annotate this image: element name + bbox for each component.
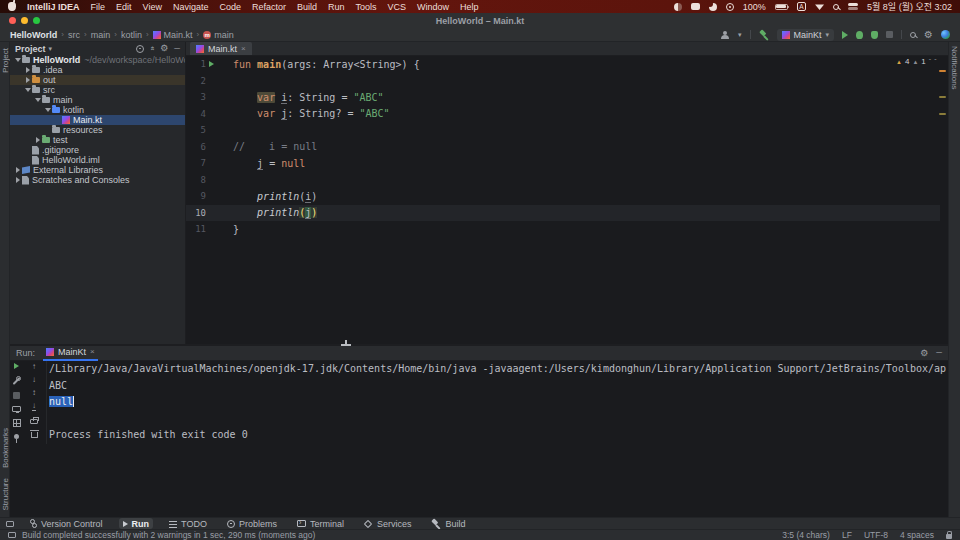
breadcrumb-item-main-kt[interactable]: Main.kt	[153, 30, 193, 40]
chevron-expanded-icon[interactable]	[14, 58, 22, 62]
apple-menu-icon[interactable]	[8, 2, 16, 11]
clear-all-icon[interactable]	[31, 432, 38, 438]
build-hammer-icon[interactable]	[759, 30, 769, 40]
chevron-expanded-icon[interactable]	[44, 108, 52, 112]
editor-line-1[interactable]: 1fun main(args: Array<String>) {	[186, 56, 940, 73]
editor-line-10[interactable]: 10 println(j)	[186, 205, 940, 222]
menu-navigate[interactable]: Navigate	[173, 2, 209, 12]
editor-line-5[interactable]: 5	[186, 122, 940, 139]
editor-line-11[interactable]: 11}	[186, 221, 940, 238]
chevron-collapsed-icon[interactable]	[24, 77, 32, 83]
next-problem-icon[interactable]: ˇ	[934, 58, 936, 65]
tree-item-helloworld[interactable]: HelloWorld~/dev/workspace/HelloWorld	[10, 55, 185, 65]
run-tab-mainkt[interactable]: MainKt ×	[43, 346, 98, 361]
readonly-lock-icon[interactable]	[946, 534, 952, 539]
menu-intellij-idea[interactable]: IntelliJ IDEA	[27, 2, 80, 12]
down-stack-trace-icon[interactable]: ↓	[32, 376, 36, 384]
control-center-icon[interactable]	[848, 3, 858, 10]
menu-code[interactable]: Code	[219, 2, 241, 12]
menu-file[interactable]: File	[91, 2, 106, 12]
dump-threads-icon[interactable]	[12, 406, 21, 412]
chevron-down-icon[interactable]: ▾	[738, 31, 742, 38]
editor-line-4[interactable]: 4 var j: String? = "ABC"	[186, 106, 940, 123]
hide-panel-icon[interactable]: ─	[174, 45, 180, 53]
collapse-all-icon[interactable]: «	[148, 46, 157, 50]
editor-line-3[interactable]: 3 var i: String = "ABC"	[186, 89, 940, 106]
input-source-badge[interactable]: A	[797, 2, 806, 11]
chevron-collapsed-icon[interactable]	[14, 177, 22, 183]
chevron-down-icon[interactable]: ▾	[49, 45, 53, 52]
chevron-collapsed-icon[interactable]	[24, 67, 32, 73]
profile-icon[interactable]	[721, 31, 730, 39]
restore-layout-icon[interactable]	[13, 419, 21, 427]
project-panel-title[interactable]: Project	[15, 44, 46, 54]
tree-item-main-kt[interactable]: Main.kt	[10, 115, 185, 125]
menu-vcs[interactable]: VCS	[388, 2, 407, 12]
stop-button[interactable]	[886, 31, 893, 38]
breadcrumb-item-main[interactable]: main	[91, 30, 111, 40]
print-icon[interactable]	[30, 419, 38, 424]
wifi-icon[interactable]	[815, 3, 824, 10]
editor-line-7[interactable]: 7 j = null	[186, 155, 940, 172]
editor-line-9[interactable]: 9 println(i)	[186, 188, 940, 205]
chevron-collapsed-icon[interactable]	[14, 167, 22, 173]
menu-help[interactable]: Help	[460, 2, 479, 12]
debug-button[interactable]	[856, 31, 863, 39]
menu-edit[interactable]: Edit	[116, 2, 132, 12]
toolwindow-button-problems[interactable]: Problems	[223, 518, 281, 529]
code-with-me-icon[interactable]	[941, 30, 950, 39]
up-stack-trace-icon[interactable]: ↑	[32, 363, 36, 371]
run-with-coverage-button[interactable]	[871, 31, 878, 39]
menu-tools[interactable]: Tools	[356, 2, 377, 12]
toolwindow-button-version-control[interactable]: Version Control	[26, 518, 107, 529]
toolwindow-button-services[interactable]: Services	[360, 518, 416, 529]
select-opened-file-icon[interactable]	[136, 45, 144, 53]
scroll-to-end-icon[interactable]: ↓	[32, 402, 36, 411]
stripe-project-label[interactable]: Project	[1, 48, 10, 73]
menu-view[interactable]: View	[143, 2, 162, 12]
breadcrumb-item-main[interactable]: mmain	[203, 30, 234, 40]
file-encoding[interactable]: UTF-8	[864, 530, 888, 540]
scrollbar-warning-mark[interactable]	[939, 113, 946, 115]
line-separator[interactable]: LF	[842, 530, 852, 540]
spotlight-icon[interactable]	[833, 4, 839, 10]
run-line-icon[interactable]	[209, 61, 214, 67]
tool-window-layout-icon[interactable]	[6, 521, 14, 527]
indent-style[interactable]: 4 spaces	[900, 530, 934, 540]
breadcrumb-item-src[interactable]: src	[68, 30, 80, 40]
modify-run-configuration-icon[interactable]	[12, 376, 21, 385]
menu-build[interactable]: Build	[297, 2, 317, 12]
search-everywhere-icon[interactable]	[910, 32, 916, 38]
run-configuration-chooser[interactable]: MainKt ▾	[777, 29, 835, 41]
status-message[interactable]: Build completed successfully with 2 warn…	[22, 530, 315, 540]
close-tab-icon[interactable]: ×	[241, 45, 246, 53]
run-panel-settings-gear-icon[interactable]: ⚙	[920, 349, 928, 358]
editor-line-8[interactable]: 8	[186, 172, 940, 189]
stripe-structure-label[interactable]: Structure	[1, 478, 10, 510]
stripe-notifications-label[interactable]: Notifications	[950, 46, 959, 90]
pin-icon[interactable]	[13, 434, 20, 443]
menu-clock[interactable]: 5월 8일 (월) 오전 3:02	[867, 0, 952, 13]
tree-item-gitignore[interactable]: .gitignore	[10, 145, 185, 155]
breadcrumb-item-helloworld[interactable]: HelloWorld	[10, 30, 57, 40]
settings-gear-icon[interactable]: ⚙	[924, 30, 933, 40]
editor-line-6[interactable]: 6// i = null	[186, 139, 940, 156]
caret-position[interactable]: 3:5 (4 chars)	[782, 530, 830, 540]
stripe-bookmarks-label[interactable]: Bookmarks	[1, 428, 10, 468]
toolwindow-button-terminal[interactable]: Terminal	[293, 518, 348, 529]
rerun-icon[interactable]	[14, 363, 19, 369]
chevron-collapsed-icon[interactable]	[34, 137, 42, 143]
menu-refactor[interactable]: Refactor	[252, 2, 286, 12]
chat-bubble-icon[interactable]	[691, 3, 700, 10]
tree-item-external-libraries[interactable]: External Libraries	[10, 165, 185, 175]
screen-record-icon[interactable]	[726, 3, 734, 11]
focus-mode-icon[interactable]	[709, 3, 717, 11]
toolwindow-button-build[interactable]: Build	[427, 518, 469, 529]
hide-run-panel-icon[interactable]: ─	[936, 349, 942, 357]
tree-item-src[interactable]: src	[10, 85, 185, 95]
menu-run[interactable]: Run	[328, 2, 345, 12]
toolwindow-button-todo[interactable]: TODO	[165, 518, 211, 529]
menu-window[interactable]: Window	[417, 2, 449, 12]
tree-item-resources[interactable]: resources	[10, 125, 185, 135]
toolwindow-button-run[interactable]: Run	[119, 518, 154, 529]
